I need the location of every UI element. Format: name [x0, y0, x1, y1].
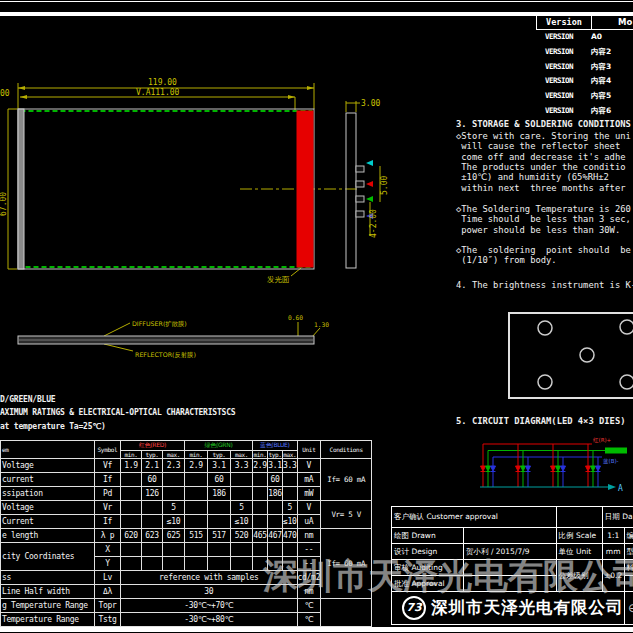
header-red: 红色(RED): [121, 441, 185, 451]
frame-top-thin: [0, 1, 633, 2]
dim-view-width: V.A111.00: [136, 88, 180, 97]
design-label: 设计 Design: [392, 544, 464, 560]
storage-paragraph-3: ◇The soldering point should be (1/10″) f…: [456, 245, 631, 266]
company-name: 深圳市天泽光电有限公司: [431, 597, 624, 619]
left-bar: [18, 109, 24, 269]
side-view-outline: [346, 113, 356, 268]
projection-symbol-icon: ⊖: [624, 592, 633, 625]
scale-label: 比例 Scale: [556, 528, 602, 544]
blue-bus-label: 蓝(B)-: [603, 458, 619, 465]
title-block: 客户确认 Customer approval 日期 Da 绘图 Drawn 比例…: [391, 506, 633, 625]
unit-label: 单位 Unit: [556, 544, 602, 560]
version-header-label: Version: [537, 16, 592, 29]
green-connector-block: [605, 448, 627, 454]
row-forward-current: currentIf 60 60 60 mA: [1, 473, 372, 487]
ratings-table: em Symbol 红色(RED) 绿色(GRN) 蓝色(BLUE) Unit …: [0, 440, 372, 627]
date-label: 日期 Da: [602, 507, 633, 528]
modify-header-label: Mo: [592, 16, 633, 29]
row-half-width: Line Half widthΔλ 30 nm: [1, 585, 372, 599]
brightness-note: 4. The brightness instrument is K-10: [456, 280, 633, 290]
version-row: VERSION 内容5: [545, 91, 633, 101]
row-chromaticity-x: city CoordinatesX --: [1, 543, 372, 557]
dim-film1: 0.60: [288, 314, 303, 321]
pad-arrow-cyan: [366, 160, 373, 166]
label-diffuser: DIFFUSER(扩散膜): [132, 320, 187, 328]
customer-approval-label: 客户确认 Customer approval: [392, 507, 557, 528]
row-operating-temp: g Temperature RangeTopr -30℃~+70℃ ℃: [1, 599, 372, 613]
dim-total-width: 119.00: [148, 78, 177, 87]
audit-label: 审核 Auditing: [392, 560, 464, 576]
cathode-label: A: [618, 484, 623, 493]
ratings-title: AXIMUM RATINGS & ELECTRICAL-OPTICAL CHAR…: [0, 408, 235, 417]
measurement-area-outline: [509, 313, 633, 398]
red-bus-label: 红(R)+: [593, 437, 612, 443]
pad-arrow-green: [366, 196, 373, 202]
header-item: em: [1, 441, 95, 459]
row-storage-temp: Temperature RangeTstg -30℃~+80℃ ℃: [1, 613, 372, 627]
frame-bottom-thick: [0, 627, 633, 632]
header-conditions: Conditions: [321, 441, 372, 459]
version-row: VERSION 内容2: [545, 47, 633, 57]
header-symbol: Symbol: [95, 441, 121, 459]
row-reverse-voltage: VoltageVr 5 5 5 VVr= 5 V: [1, 501, 372, 515]
header-blue: 蓝色(BLUE): [253, 441, 298, 451]
row-forward-voltage: VoltageVf 1.92.12.3 2.93.13.3 2.93.13.3 …: [1, 459, 372, 473]
label-reflector: REFLECTOR(反射膜): [135, 351, 196, 358]
main-drawing: 119.00 V.A111.00 00 67.00 3.00 5.00 4-2.…: [0, 70, 420, 382]
tolerance-value: ±0.2: [602, 560, 624, 592]
dim-left-top: 00: [0, 89, 10, 98]
tolerance-label: 公差级别: [556, 560, 602, 592]
part-number-label: 料号: [624, 560, 633, 576]
row-luminance: ssLv reference with samples cd/m2: [1, 571, 372, 585]
approve-label: 批准 Approval: [392, 576, 464, 592]
measurement-diagram: [505, 310, 633, 405]
version-row: VERSION 内容4: [545, 76, 633, 86]
measurement-points: [538, 320, 633, 389]
dim-height: 67.00: [0, 192, 8, 216]
ratings-subtitle: at temperature Ta=25℃): [0, 422, 106, 431]
color-list-line: D/GREEN/BLUE: [0, 395, 55, 404]
header-unit: Unit: [297, 441, 321, 459]
storage-paragraph-2: ◇The Soldering Temperature is 260 Time s…: [456, 204, 631, 235]
dim-pad-pitch: 5.00: [380, 176, 389, 195]
circuit-title: 5. CIRCUIT DIAGRAM(LED 4×3 DIES): [456, 416, 625, 426]
unit-value: mm: [602, 544, 624, 560]
label-emitting-surface: 发光面: [267, 275, 290, 284]
model-label: 型号: [624, 544, 633, 560]
light-emitting-strip: [297, 111, 314, 268]
company-row: 73 深圳市天泽光电有限公司: [394, 592, 624, 624]
dim-pad-count: 4-2.00: [369, 209, 378, 238]
circuit-diagram: A 红(R)+ 蓝(B)-: [455, 430, 633, 502]
pad-arrow-red: [366, 181, 373, 187]
header-green: 绿色(GRN): [185, 441, 253, 451]
version-table-header: Version Mo: [536, 15, 633, 30]
storage-paragraph-1: ◇Store with care. Storing the uni will c…: [456, 131, 631, 193]
dim-side-thickness: 3.00: [361, 99, 380, 108]
row-power-dissipation: ssipationPd 126 186 186 mW: [1, 487, 372, 501]
connector-pads: [356, 166, 364, 217]
scale-value: 1:1: [602, 528, 624, 544]
row-reverse-current: CurrentIf ≤10 ≤10 ≤10 uA: [1, 515, 372, 529]
row-wavelength: e lengthλ p 620623625 515517520 46546747…: [1, 529, 372, 543]
cathode-arrow: [608, 484, 616, 490]
cad-sheet: Version Mo VERSION A0 VERSION 内容2 VERSIO…: [0, 0, 633, 633]
storage-title: 3. STORAGE & SOLDERING CONDITIONS: [456, 119, 631, 129]
version-row: VERSION A0: [545, 32, 633, 42]
version-row: VERSION 内容6: [545, 106, 633, 116]
dim-film2: 1.30: [314, 321, 329, 328]
drawn-label: 绘图 Drawn: [392, 528, 464, 544]
design-value: 贺小利 / 2015/7/9: [464, 544, 557, 560]
number-label: 编号: [624, 528, 633, 544]
company-logo: 73: [402, 596, 426, 620]
version-row: VERSION 内容3: [545, 62, 633, 72]
